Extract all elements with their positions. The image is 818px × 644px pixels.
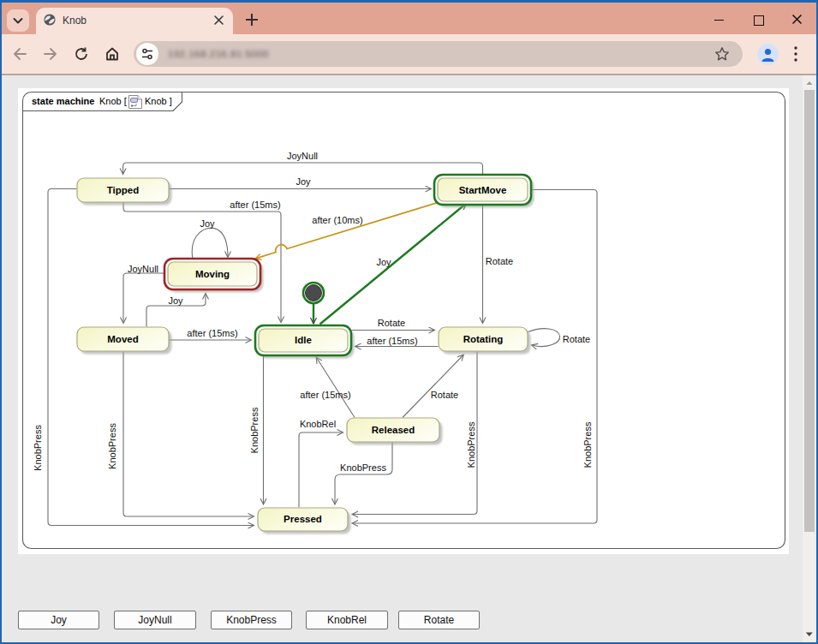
svg-text:KnobPress: KnobPress (249, 407, 260, 453)
svg-text:state machine: state machine (32, 96, 94, 106)
svg-text:after (15ms): after (15ms) (230, 200, 280, 210)
svg-text:Rotate: Rotate (378, 318, 405, 328)
svg-text:Rotating: Rotating (463, 334, 504, 344)
svg-text:KnobPress: KnobPress (582, 421, 593, 468)
svg-text:Rotate: Rotate (431, 390, 458, 400)
svg-text:KnobPress: KnobPress (107, 423, 117, 469)
svg-text:KnobPress: KnobPress (33, 425, 43, 471)
svg-text:KnobPress: KnobPress (340, 462, 386, 473)
svg-text:after (15ms): after (15ms) (367, 336, 417, 346)
svg-text:Rotate: Rotate (486, 256, 513, 266)
svg-text:Knob ]: Knob ] (145, 96, 172, 106)
svg-text:Rotate: Rotate (563, 334, 590, 344)
svg-text:Moving: Moving (195, 269, 230, 279)
svg-text:after (15ms): after (15ms) (300, 390, 350, 400)
svg-text:Joy: Joy (296, 176, 311, 187)
svg-text:Released: Released (372, 425, 415, 435)
svg-text:after (15ms): after (15ms) (187, 328, 237, 338)
svg-text:Knob [: Knob [ (99, 96, 127, 106)
svg-text:KnobPress: KnobPress (466, 421, 476, 468)
svg-text:Joy: Joy (200, 218, 215, 229)
svg-text:JoyNull: JoyNull (287, 151, 318, 161)
svg-text:Moved: Moved (107, 334, 138, 344)
svg-text:Tipped: Tipped (107, 185, 139, 195)
svg-text:StartMove: StartMove (459, 185, 507, 195)
svg-text:Pressed: Pressed (284, 514, 322, 524)
svg-text:Joy: Joy (168, 295, 183, 306)
svg-text:after (10ms): after (10ms) (312, 215, 362, 225)
svg-text:Joy: Joy (376, 257, 391, 267)
svg-text:Idle: Idle (295, 335, 312, 345)
svg-text:KnobRel: KnobRel (300, 419, 336, 429)
svg-text:JoyNull: JoyNull (128, 264, 158, 274)
